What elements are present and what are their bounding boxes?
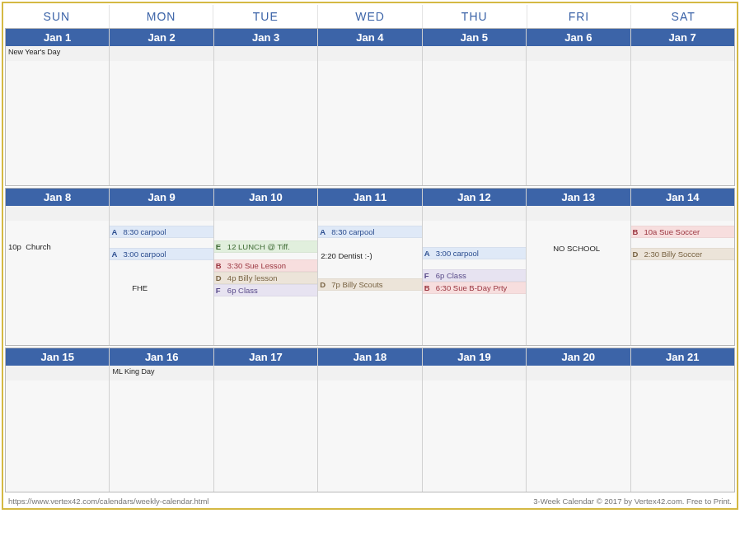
holiday-band	[631, 366, 734, 380]
calendar-cell[interactable]: Jan 19	[423, 348, 527, 492]
event-code: F	[424, 271, 436, 280]
cell-body: A3:00 carpoolF6p ClassB6:30 Sue B-Day Pr…	[423, 206, 526, 345]
calendar-cell[interactable]: Jan 12A3:00 carpoolF6p ClassB6:30 Sue B-…	[423, 189, 527, 345]
date-bar: Jan 15	[6, 348, 109, 366]
calendar-cell[interactable]: Jan 9A8:30 carpoolA3:00 carpool FHE	[110, 189, 213, 345]
holiday-band	[527, 366, 630, 380]
date-bar: Jan 9	[110, 189, 213, 206]
event-row: D4p Billy lesson	[214, 272, 317, 284]
date-bar: Jan 14	[631, 189, 734, 206]
calendar-cell[interactable]: Jan 4	[318, 29, 422, 185]
event-code: B	[633, 227, 644, 236]
cell-body: 10p Church	[6, 206, 109, 345]
holiday-band	[6, 366, 109, 380]
calendar-cell[interactable]: Jan 16ML King Day	[110, 348, 213, 492]
calendar-cell[interactable]: Jan 15	[6, 348, 110, 492]
event-row: A8:30 carpool	[110, 226, 213, 238]
event-row: F6p Class	[423, 269, 526, 282]
day-header-row: SUN MON TUE WED THU FRI SAT	[5, 5, 735, 28]
holiday-band	[423, 366, 526, 380]
calendar-cell[interactable]: Jan 17	[214, 348, 318, 492]
cell-body	[423, 366, 526, 492]
calendar-cell[interactable]: Jan 21	[631, 348, 734, 492]
cell-body	[527, 46, 630, 185]
calendar-cell[interactable]: Jan 6	[527, 29, 630, 185]
calendar-cell[interactable]: Jan 14B10a Sue SoccerD2:30 Billy Soccer	[631, 189, 734, 345]
event-text: 3:30 Sue Lesson	[227, 261, 286, 270]
day-header-thu: THU	[423, 5, 527, 28]
calendar-frame: SUN MON TUE WED THU FRI SAT Jan 1New Yea…	[2, 2, 738, 510]
event-row: D2:30 Billy Soccer	[631, 248, 734, 260]
date-bar: Jan 13	[527, 189, 630, 206]
cell-body	[110, 46, 213, 185]
week-row: Jan 1New Year's DayJan 2Jan 3Jan 4Jan 5J…	[5, 28, 735, 186]
day-header-tue: TUE	[213, 5, 318, 28]
holiday-band	[214, 46, 317, 61]
event-text: 4p Billy lesson	[227, 273, 278, 282]
date-bar: Jan 4	[318, 29, 421, 46]
holiday-band	[318, 206, 421, 221]
event-row: A3:00 carpool	[110, 248, 213, 260]
cell-body	[318, 366, 421, 492]
event-code: B	[424, 283, 436, 292]
calendar-cell[interactable]: Jan 20	[527, 348, 630, 492]
event-row: F6p Class	[214, 284, 317, 296]
event-code: A	[424, 249, 436, 258]
holiday-band	[110, 206, 213, 221]
cell-body	[423, 46, 526, 185]
event-plain: NO SCHOOL	[527, 242, 630, 254]
event-text: 3:00 carpool	[123, 250, 166, 259]
event-text: 8:30 carpool	[331, 227, 374, 236]
calendar-cell[interactable]: Jan 2	[110, 29, 213, 185]
date-bar: Jan 16	[110, 348, 213, 366]
event-code: E	[216, 242, 227, 251]
footer-url: https://www.vertex42.com/calendars/weekl…	[8, 497, 208, 506]
event-row: E12 LUNCH @ Tiff.	[214, 240, 317, 253]
cell-body	[214, 46, 317, 185]
event-text: 3:00 carpool	[436, 249, 479, 258]
holiday-band	[110, 46, 213, 61]
cell-body	[318, 46, 421, 185]
weeks-container: Jan 1New Year's DayJan 2Jan 3Jan 4Jan 5J…	[5, 28, 735, 492]
calendar-cell[interactable]: Jan 5	[423, 29, 527, 185]
day-header-wed: WED	[318, 5, 423, 28]
footer-copyright: 3-Week Calendar © 2017 by Vertex42.com. …	[533, 497, 732, 506]
calendar-cell[interactable]: Jan 1New Year's Day	[6, 29, 110, 185]
holiday-band: ML King Day	[110, 366, 213, 380]
cell-body	[631, 46, 734, 185]
calendar-cell[interactable]: Jan 3	[214, 29, 318, 185]
event-text: 6p Class	[227, 286, 258, 295]
date-bar: Jan 1	[6, 29, 109, 46]
event-plain: 2:20 Dentist :-)	[318, 250, 421, 262]
calendar-cell[interactable]: Jan 13 NO SCHOOL	[527, 189, 630, 345]
holiday-band	[631, 46, 734, 61]
event-row: B6:30 Sue B-Day Prty	[423, 282, 526, 294]
cell-body	[6, 366, 109, 492]
calendar-cell[interactable]: Jan 10E12 LUNCH @ Tiff.B3:30 Sue LessonD…	[214, 189, 318, 345]
cell-body: A8:30 carpoolA3:00 carpool FHE	[110, 206, 213, 345]
cell-body: New Year's Day	[6, 46, 109, 185]
event-code: F	[216, 286, 227, 295]
event-code: D	[633, 250, 644, 259]
holiday-band	[423, 206, 526, 221]
day-header-mon: MON	[110, 5, 214, 28]
event-code: D	[216, 273, 227, 282]
calendar-cell[interactable]: Jan 810p Church	[6, 189, 110, 345]
holiday-band	[214, 366, 317, 380]
date-bar: Jan 5	[423, 29, 526, 46]
cell-body	[631, 366, 734, 492]
cell-body	[214, 366, 317, 492]
event-row: A3:00 carpool	[423, 247, 526, 259]
event-plain: 10p Church	[6, 240, 109, 253]
calendar-cell[interactable]: Jan 11A8:30 carpool2:20 Dentist :-)D7p B…	[318, 189, 422, 345]
calendar-cell[interactable]: Jan 7	[631, 29, 734, 185]
date-bar: Jan 12	[423, 189, 526, 206]
date-bar: Jan 10	[214, 189, 317, 206]
event-row: B3:30 Sue Lesson	[214, 259, 317, 272]
date-bar: Jan 7	[631, 29, 734, 46]
date-bar: Jan 2	[110, 29, 213, 46]
calendar-cell[interactable]: Jan 18	[318, 348, 422, 492]
event-row: A8:30 carpool	[318, 226, 421, 238]
event-text: 8:30 carpool	[123, 227, 166, 236]
cell-body: B10a Sue SoccerD2:30 Billy Soccer	[631, 206, 734, 345]
